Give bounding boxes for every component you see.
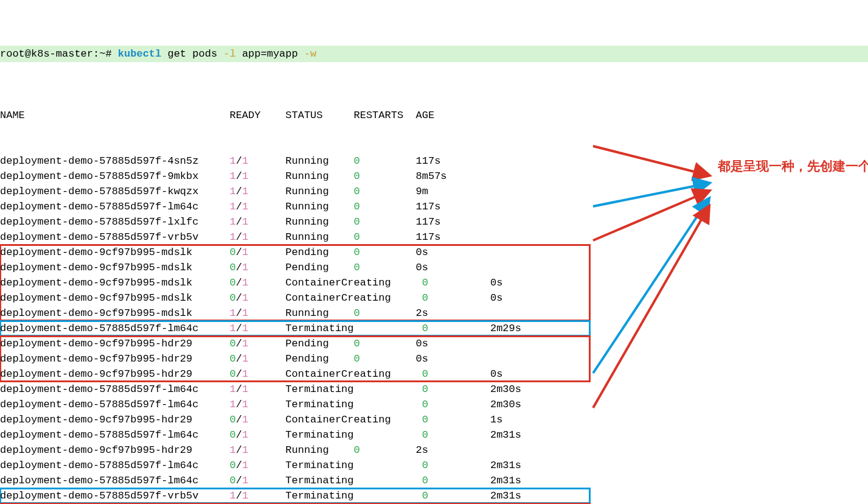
table-row: deployment-demo-9cf97b995-hdr29 1/1 Runn… bbox=[0, 443, 590, 458]
table-row: deployment-demo-57885d597f-lm64c 0/1 Ter… bbox=[0, 473, 590, 488]
table-row: deployment-demo-57885d597f-lm64c 1/1 Ter… bbox=[0, 321, 590, 336]
row-group: deployment-demo-57885d597f-lm64c 1/1 Ter… bbox=[0, 382, 590, 488]
table-row: deployment-demo-57885d597f-kwqzx 1/1 Run… bbox=[0, 184, 590, 199]
table-row: deployment-demo-57885d597f-lm64c 1/1 Run… bbox=[0, 199, 590, 214]
table-row: deployment-demo-9cf97b995-hdr29 0/1 Cont… bbox=[0, 366, 590, 382]
table-row: deployment-demo-9cf97b995-mdslk 0/1 Cont… bbox=[0, 275, 590, 290]
annotation-text: 都是呈现一种，先创建一个再删除一个，没有出现先创建两个，再删除两个。 bbox=[718, 157, 864, 175]
table-row: deployment-demo-57885d597f-9mkbx 1/1 Run… bbox=[0, 169, 590, 184]
command-prompt-line: root@k8s-master:~# kubectl get pods -l a… bbox=[0, 46, 868, 62]
table-row: deployment-demo-57885d597f-vrb5v 1/1 Run… bbox=[0, 229, 590, 245]
table-row: deployment-demo-9cf97b995-mdslk 1/1 Runn… bbox=[0, 306, 590, 321]
table-row: deployment-demo-9cf97b995-hdr29 0/1 Pend… bbox=[0, 351, 590, 366]
table-row: deployment-demo-57885d597f-4sn5z 1/1 Run… bbox=[0, 153, 590, 169]
prompt-host: root@k8s-master bbox=[0, 48, 93, 60]
table-row: deployment-demo-9cf97b995-mdslk 0/1 Pend… bbox=[0, 245, 590, 260]
highlight-group-red: deployment-demo-9cf97b995-mdslk 0/1 Pend… bbox=[0, 245, 590, 321]
table-row: deployment-demo-57885d597f-lm64c 0/1 Ter… bbox=[0, 458, 590, 473]
highlight-group-blue: deployment-demo-57885d597f-vrb5v 1/1 Ter… bbox=[0, 488, 590, 503]
table-header: NAME READY STATUS RESTARTS AGE bbox=[0, 108, 868, 123]
table-row: deployment-demo-9cf97b995-hdr29 0/1 Pend… bbox=[0, 336, 590, 351]
table-row: deployment-demo-57885d597f-vrb5v 1/1 Ter… bbox=[0, 488, 590, 503]
kubectl-cmd: kubectl bbox=[118, 48, 161, 60]
table-row: deployment-demo-9cf97b995-hdr29 0/1 Cont… bbox=[0, 412, 590, 427]
table-row: deployment-demo-57885d597f-lm64c 0/1 Ter… bbox=[0, 427, 590, 443]
table-row: deployment-demo-57885d597f-lm64c 1/1 Ter… bbox=[0, 382, 590, 397]
table-row: deployment-demo-9cf97b995-mdslk 0/1 Pend… bbox=[0, 260, 590, 275]
table-row: deployment-demo-57885d597f-lm64c 1/1 Ter… bbox=[0, 397, 590, 412]
table-row: deployment-demo-9cf97b995-mdslk 0/1 Cont… bbox=[0, 290, 590, 306]
table-body: deployment-demo-57885d597f-4sn5z 1/1 Run… bbox=[0, 153, 868, 504]
highlight-group-blue: deployment-demo-57885d597f-lm64c 1/1 Ter… bbox=[0, 321, 590, 336]
table-row: deployment-demo-57885d597f-lxlfc 1/1 Run… bbox=[0, 214, 590, 229]
highlight-group-red: deployment-demo-9cf97b995-hdr29 0/1 Pend… bbox=[0, 336, 590, 382]
row-group: deployment-demo-57885d597f-4sn5z 1/1 Run… bbox=[0, 153, 590, 245]
